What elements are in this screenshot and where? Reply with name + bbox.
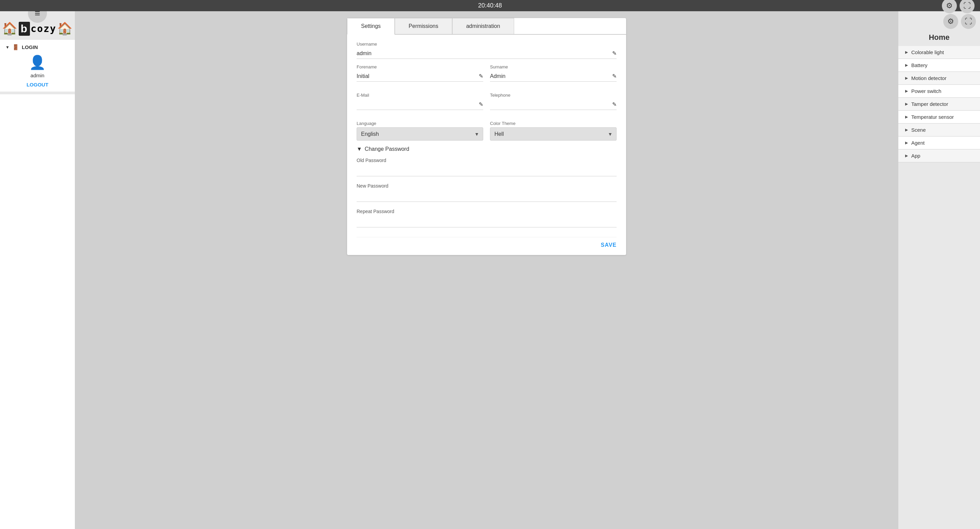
new-password-field: New Password [356, 183, 617, 209]
login-arrow: ▼ [5, 45, 10, 50]
language-theme-row: Language English German French Spanish ▼ [356, 121, 617, 140]
email-value-row: ✎ [356, 99, 483, 110]
top-bar-actions: ⚙ ⛶ [942, 0, 975, 13]
logout-button[interactable]: LOGOUT [27, 82, 48, 88]
new-password-input[interactable] [356, 190, 617, 202]
nav-item-scene[interactable]: ▶ Scene [898, 124, 980, 137]
nav-arrow-power-switch: ▶ [905, 89, 908, 93]
center-content: Settings Permissions administration User… [75, 11, 898, 529]
tab-settings[interactable]: Settings [347, 18, 395, 35]
surname-edit-icon[interactable]: ✎ [612, 73, 617, 79]
expand-icon-btn[interactable]: ⛶ [959, 0, 975, 13]
nav-item-app[interactable]: ▶ App [898, 150, 980, 163]
nav-arrow-colorable-light: ▶ [905, 50, 908, 54]
right-expand-icon-btn[interactable]: ⛶ [961, 14, 976, 29]
new-password-label: New Password [356, 183, 617, 189]
right-sidebar-header: ⚙ ⛶ [898, 11, 980, 30]
tabs-bar: Settings Permissions administration [347, 18, 626, 35]
surname-label: Surname [490, 64, 617, 69]
forename-field-group: Forename Initial ✎ [356, 64, 483, 87]
right-sidebar: ⚙ ⛶ Home ▶ Colorable light ▶ Battery ▶ M… [898, 11, 980, 529]
sidebar-empty-panel [0, 94, 75, 529]
language-label: Language [356, 121, 483, 126]
nav-label-motion-detector: Motion detector [911, 75, 946, 81]
nav-arrow-scene: ▶ [905, 127, 908, 132]
color-theme-select[interactable]: Hell Dark [490, 127, 617, 140]
logo-b: b [19, 22, 30, 36]
color-theme-field-group: Color Theme Hell Dark ▼ [490, 121, 617, 140]
username-label: Username [356, 41, 617, 47]
nav-item-agent[interactable]: ▶ Agent [898, 137, 980, 150]
nav-label-colorable-light: Colorable light [911, 49, 944, 55]
tab-administration[interactable]: administration [452, 18, 514, 34]
nav-list: ▶ Colorable light ▶ Battery ▶ Motion det… [898, 46, 980, 163]
hamburger-icon: ≡ [35, 11, 40, 19]
gear-icon: ⚙ [946, 2, 953, 10]
change-password-label: Change Password [365, 146, 409, 152]
username-display: admin [30, 73, 45, 78]
nav-arrow-app: ▶ [905, 153, 908, 158]
home-title: Home [898, 30, 980, 46]
surname-value: Admin [490, 73, 612, 79]
nav-arrow-agent: ▶ [905, 140, 908, 145]
forename-value-row: Initial ✎ [356, 71, 483, 82]
email-telephone-row: E-Mail ✎ Telephone ✎ [356, 92, 617, 115]
surname-value-row: Admin ✎ [490, 71, 617, 82]
nav-label-power-switch: Power switch [911, 88, 941, 94]
old-password-input[interactable] [356, 164, 617, 176]
old-password-label: Old Password [356, 158, 617, 163]
username-field-group: Username admin ✎ [356, 41, 617, 59]
tab-permissions[interactable]: Permissions [395, 18, 452, 34]
left-sidebar: ≡ 🏠 b cozy 🏠 ▼ 🚪 LOGIN 👤 admin LOGOUT [0, 11, 75, 529]
forename-value: Initial [356, 73, 479, 79]
save-button[interactable]: SAVE [601, 242, 617, 248]
nav-arrow-motion-detector: ▶ [905, 76, 908, 80]
repeat-password-input[interactable] [356, 215, 617, 228]
settings-icon-btn[interactable]: ⚙ [942, 0, 957, 13]
email-label: E-Mail [356, 92, 483, 98]
logo-cozy: cozy [30, 23, 56, 34]
login-section: ▼ 🚪 LOGIN 👤 admin LOGOUT [0, 40, 75, 92]
nav-item-colorable-light[interactable]: ▶ Colorable light [898, 46, 980, 59]
top-bar: 20:40:48 ⚙ ⛶ [0, 0, 980, 11]
language-select-wrapper: English German French Spanish ▼ [356, 127, 483, 140]
forename-surname-row: Forename Initial ✎ Surname Admin ✎ [356, 64, 617, 87]
nav-label-battery: Battery [911, 62, 928, 68]
telephone-edit-icon[interactable]: ✎ [612, 101, 617, 108]
repeat-password-field: Repeat Password [356, 209, 617, 234]
forename-edit-icon[interactable]: ✎ [479, 73, 483, 79]
nav-item-power-switch[interactable]: ▶ Power switch [898, 85, 980, 98]
language-select[interactable]: English German French Spanish [356, 127, 483, 140]
nav-item-battery[interactable]: ▶ Battery [898, 59, 980, 72]
nav-label-temperatur-sensor: Temperatur sensor [911, 114, 954, 120]
nav-arrow-temperatur-sensor: ▶ [905, 115, 908, 119]
color-theme-select-wrapper: Hell Dark ▼ [490, 127, 617, 140]
change-password-triangle-icon: ▼ [356, 146, 362, 152]
username-edit-icon[interactable]: ✎ [612, 50, 617, 56]
expand-icon: ⛶ [963, 2, 971, 10]
nav-item-motion-detector[interactable]: ▶ Motion detector [898, 72, 980, 85]
login-label: LOGIN [22, 44, 38, 50]
nav-label-scene: Scene [911, 127, 926, 133]
change-password-section: ▼ Change Password Old Password New Passw… [356, 146, 617, 248]
nav-label-tamper-detector: Tamper detector [911, 101, 948, 107]
login-header: ▼ 🚪 LOGIN [5, 44, 69, 50]
nav-item-tamper-detector[interactable]: ▶ Tamper detector [898, 98, 980, 111]
user-info: 👤 admin LOGOUT [5, 54, 69, 88]
change-password-header[interactable]: ▼ Change Password [356, 146, 617, 152]
nav-arrow-tamper-detector: ▶ [905, 102, 908, 106]
door-icon: 🚪 [12, 44, 19, 50]
telephone-value-row: ✎ [490, 99, 617, 110]
old-password-field: Old Password [356, 158, 617, 183]
telephone-label: Telephone [490, 92, 617, 98]
color-theme-label: Color Theme [490, 121, 617, 126]
repeat-password-label: Repeat Password [356, 209, 617, 214]
email-edit-icon[interactable]: ✎ [479, 101, 483, 108]
user-avatar-icon: 👤 [29, 54, 46, 70]
nav-item-temperatur-sensor[interactable]: ▶ Temperatur sensor [898, 111, 980, 124]
right-gear-icon-btn[interactable]: ⚙ [943, 14, 958, 29]
form-body: Username admin ✎ Forename Initial ✎ [347, 35, 626, 255]
language-field-group: Language English German French Spanish ▼ [356, 121, 483, 140]
main-layout: ≡ 🏠 b cozy 🏠 ▼ 🚪 LOGIN 👤 admin LOGOUT [0, 11, 980, 529]
username-value: admin [356, 50, 612, 56]
